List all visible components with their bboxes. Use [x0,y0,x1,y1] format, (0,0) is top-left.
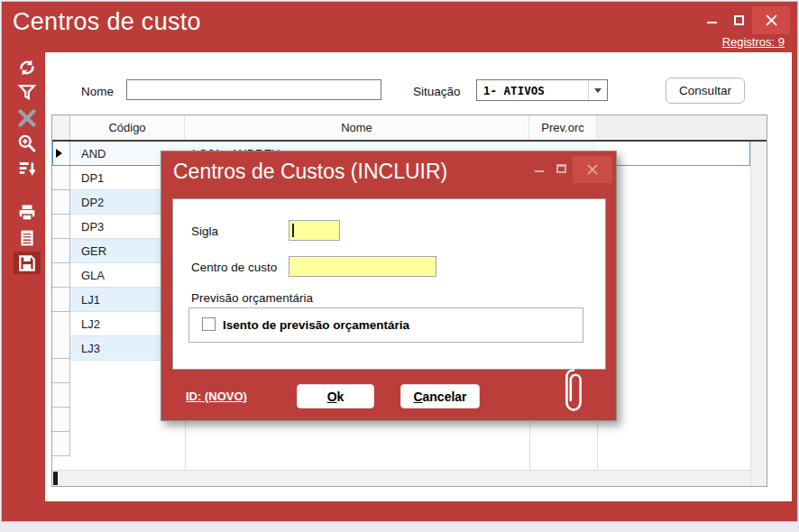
clear-filter-button[interactable] [14,106,41,129]
row-selector[interactable] [52,312,70,336]
empty-row-selector [52,359,70,383]
ok-button-accesskey: O [327,390,337,404]
empty-row-selector [52,335,70,359]
grid-column-header[interactable]: Nome [185,115,529,140]
zoom-button[interactable] [14,132,41,154]
selected-row-marker-icon [56,149,62,158]
grid-column-header[interactable]: Prev.orc [529,115,597,140]
registros-link[interactable]: Registros: 9 [722,35,785,49]
clear-filter-icon [17,108,37,128]
situacao-label: Situação [413,85,461,98]
row-selector[interactable] [52,142,70,166]
nome-label: Nome [81,85,114,98]
scrollbar-thumb[interactable] [53,472,58,485]
dialog-maximize-button[interactable] [550,156,573,181]
window-controls [698,6,790,34]
row-selector[interactable] [52,190,70,215]
ok-button[interactable]: Ok [297,384,374,408]
sort-icon [17,159,37,179]
dialog-title: Centros de Custos (INCLUIR) [173,160,447,184]
report-button[interactable] [14,226,41,249]
row-filler [597,336,750,361]
row-filler [597,215,750,239]
centro-de-custo-input[interactable] [289,256,436,277]
empty-row-selector [52,432,70,456]
close-icon [587,164,598,175]
close-button[interactable] [752,6,790,34]
cancelar-button[interactable]: Cancelar [400,384,480,408]
filter-icon [17,83,37,103]
paperclip-icon[interactable] [562,367,585,416]
print-button[interactable] [14,201,41,224]
horizontal-scrollbar[interactable] [52,470,750,486]
grid-column-header[interactable]: Código [70,115,185,140]
dialog-window-controls [528,156,612,183]
grid-header-filler [597,115,767,140]
row-filler [597,239,750,263]
nome-input[interactable] [126,79,381,100]
sort-button[interactable] [14,157,41,179]
page-title: Centros de custo [13,8,201,36]
previsao-group-box: Isento de previsão orçamentária [188,307,583,343]
print-icon [17,203,37,223]
grid-header: CódigoNomePrev.orc [52,115,767,142]
empty-row-selector [52,383,70,408]
vertical-scrollbar[interactable] [750,142,767,486]
minimize-icon [535,170,544,172]
row-selector[interactable] [52,166,70,190]
incluir-dialog: Centros de Custos (INCLUIR) Sigla Centro… [161,151,617,421]
save-icon [17,253,37,273]
grid-gutter-header [52,115,70,140]
sigla-label: Sigla [191,225,218,238]
situacao-value: 1- ATIVOS [477,84,588,97]
dialog-close-button[interactable] [573,156,612,183]
row-selector[interactable] [52,239,70,263]
row-filler [597,312,750,336]
cancelar-button-accesskey: C [413,390,422,404]
isento-checkbox[interactable] [202,317,216,331]
filter-button[interactable] [14,81,41,104]
row-filler [597,142,750,166]
minimize-icon [707,22,717,23]
ok-button-label: k [337,390,344,404]
row-selector[interactable] [52,288,70,312]
cancelar-button-label: ancelar [423,390,467,404]
empty-row-gutters [52,335,70,486]
minimize-button[interactable] [698,6,725,33]
refresh-button[interactable] [14,56,41,78]
isento-checkbox-label: Isento de previsão orçamentária [223,318,409,332]
situacao-select[interactable]: 1- ATIVOS [476,79,608,101]
chevron-down-icon [588,80,607,100]
zoom-icon [17,133,37,153]
report-icon [17,228,37,248]
row-filler [597,288,750,312]
maximize-icon [734,15,744,25]
consultar-button[interactable]: Consultar [666,78,745,104]
row-filler [597,263,750,288]
empty-row-selector [52,408,70,432]
dialog-minimize-button[interactable] [528,156,550,181]
sidebar [9,56,45,274]
maximize-icon [556,164,566,173]
dialog-form-panel: Sigla Centro de custo Previsão orçamentá… [172,198,606,370]
save-button[interactable] [14,252,41,274]
maximize-button[interactable] [725,6,752,33]
text-caret [292,224,294,237]
sigla-input[interactable] [289,220,340,241]
close-icon [766,14,777,26]
centro-de-custo-label: Centro de custo [191,261,277,274]
previsao-group-label: Previsão orçamentária [191,291,313,305]
row-filler [597,166,750,190]
id-novo-link[interactable]: ID: (NOVO) [186,390,247,403]
row-selector[interactable] [52,263,70,288]
row-selector[interactable] [52,215,70,239]
refresh-icon [17,58,37,78]
row-filler [597,190,750,215]
